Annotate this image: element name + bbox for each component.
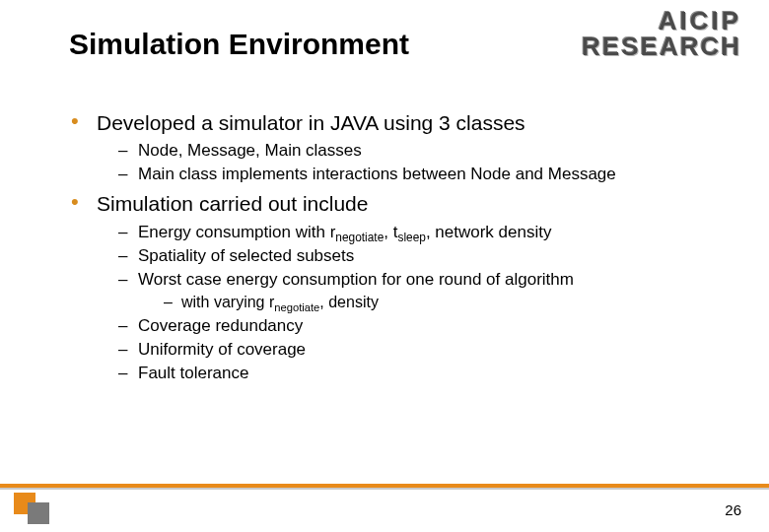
- list-item: Energy consumption with rnegotiate, tsle…: [118, 222, 730, 243]
- logo-line2: RESEARCH: [582, 33, 741, 59]
- list-item: Simulation carried out includeEnergy con…: [69, 191, 730, 384]
- bullet-text: Developed a simulator in JAVA using 3 cl…: [97, 111, 525, 134]
- list-item: Fault tolerance: [118, 363, 730, 384]
- bullet-text: Main class implements interactions betwe…: [138, 165, 616, 183]
- page-number: 26: [725, 501, 741, 518]
- bullet-text: Uniformity of coverage: [138, 340, 306, 359]
- list-item: Worst case energy consumption for one ro…: [118, 269, 730, 313]
- subscript-text: sleep: [397, 231, 425, 244]
- subscript-text: negotiate: [274, 301, 319, 313]
- text-fragment: , t: [384, 223, 397, 241]
- footer-divider: [0, 484, 769, 491]
- bullet-text: Fault tolerance: [138, 364, 248, 382]
- bullet-text: Coverage redundancy: [138, 316, 303, 335]
- list-item: Developed a simulator in JAVA using 3 cl…: [69, 110, 730, 185]
- bullet-text: Worst case energy consumption for one ro…: [138, 270, 574, 289]
- list-level-2: Node, Message, Main classesMain class im…: [97, 140, 730, 185]
- bullet-list: Developed a simulator in JAVA using 3 cl…: [69, 110, 730, 384]
- list-item: Coverage redundancy: [118, 315, 730, 337]
- content-area: Developed a simulator in JAVA using 3 cl…: [69, 110, 730, 390]
- bullet-text: Spatiality of selected subsets: [138, 246, 354, 265]
- list-item: with varying rnegotiate, density: [164, 293, 730, 313]
- bullet-text: Simulation carried out include: [97, 192, 368, 215]
- list-item: Main class implements interactions betwe…: [118, 164, 730, 185]
- logo-line1: AICIP: [582, 8, 741, 33]
- slide-title: Simulation Environment: [69, 28, 409, 61]
- text-fragment: Energy consumption with r: [138, 223, 335, 241]
- list-item: Uniformity of coverage: [118, 339, 730, 361]
- list-level-2: Energy consumption with rnegotiate, tsle…: [97, 222, 730, 384]
- text-fragment: , density: [319, 294, 379, 310]
- ut-logo-gray: [28, 502, 49, 524]
- bullet-text: Node, Message, Main classes: [138, 141, 362, 160]
- slide: { "logo": { "line1": "AICIP", "line2": "…: [0, 0, 769, 532]
- aicip-logo: AICIP RESEARCH: [582, 8, 741, 59]
- subscript-text: negotiate: [335, 231, 384, 244]
- text-fragment: , network density: [426, 223, 552, 241]
- ut-logo: [14, 493, 55, 526]
- text-fragment: with varying r: [181, 294, 274, 310]
- footer-gray-bar: [0, 488, 769, 490]
- list-item: Node, Message, Main classes: [118, 140, 730, 162]
- list-item: Spatiality of selected subsets: [118, 245, 730, 267]
- list-level-3: with varying rnegotiate, density: [138, 293, 730, 313]
